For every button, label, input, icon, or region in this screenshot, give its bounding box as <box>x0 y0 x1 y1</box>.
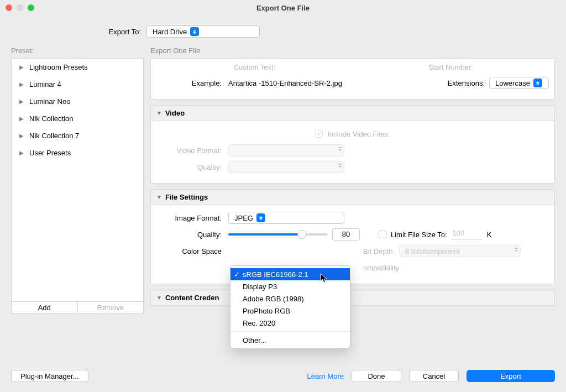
example-label: Example: <box>156 79 228 87</box>
image-format-popup[interactable]: JPEG <box>228 212 344 224</box>
learn-more-link[interactable]: Learn More <box>307 372 344 380</box>
right-section-label: Export One File <box>150 46 555 58</box>
video-quality-label: Quality: <box>156 163 228 171</box>
export-to-label: Export To: <box>0 28 146 36</box>
naming-panel: Custom Text: Start Number: Example: Anta… <box>150 58 555 100</box>
preset-item-label: Luminar Neo <box>29 97 70 106</box>
chevron-right-icon: ▶ <box>19 81 24 87</box>
triangle-down-icon: ▼ <box>156 295 162 301</box>
remove-preset-button[interactable]: Remove <box>78 301 144 313</box>
preset-item[interactable]: ▶Nik Collection 7 <box>12 127 143 144</box>
content-credentials-panel: ▼Content Creden <box>150 290 555 306</box>
preset-item-label: User Presets <box>29 149 71 157</box>
extensions-value: Lowercase <box>495 79 530 87</box>
extensions-popup[interactable]: Lowercase <box>489 77 549 89</box>
content-credentials-header[interactable]: ▼Content Creden <box>151 290 554 306</box>
include-video-checkbox[interactable]: ✓ <box>315 130 323 138</box>
video-format-popup <box>228 144 344 156</box>
limit-size-checkbox[interactable] <box>379 231 386 238</box>
color-space-option[interactable]: Adobe RGB (1998) <box>230 292 350 305</box>
image-format-value: JPEG <box>234 214 253 222</box>
add-preset-button[interactable]: Add <box>11 301 78 313</box>
export-to-value: Hard Drive <box>153 28 187 36</box>
preset-item[interactable]: ▶Luminar Neo <box>12 93 143 110</box>
limit-size-unit: K <box>487 231 492 239</box>
chevron-right-icon: ▶ <box>19 116 24 122</box>
preset-item[interactable]: ▶User Presets <box>12 144 143 161</box>
preset-item-label: Nik Collection 7 <box>29 132 79 140</box>
popup-arrows-icon <box>256 213 265 222</box>
slider-thumb[interactable] <box>297 230 306 239</box>
cancel-button[interactable]: Cancel <box>409 370 459 382</box>
custom-text-label: Custom Text: <box>156 63 353 71</box>
menu-separator <box>230 331 350 332</box>
window-title: Export One File <box>0 4 566 12</box>
export-button[interactable]: Export <box>467 370 555 382</box>
preset-item[interactable]: ▶Luminar 4 <box>12 76 143 93</box>
file-settings-header[interactable]: ▼File Settings <box>151 190 554 205</box>
start-number-label: Start Number: <box>353 63 549 71</box>
check-icon: ✓ <box>234 270 240 279</box>
popup-arrows-icon <box>533 79 542 87</box>
color-space-option[interactable]: Display P3 <box>230 280 350 292</box>
preset-item-label: Nik Collection <box>29 114 73 123</box>
preset-item[interactable]: ▶Lightroom Presets <box>12 59 143 76</box>
color-space-option[interactable]: ✓sRGB IEC61966-2.1 <box>230 268 350 280</box>
preset-label: Preset: <box>11 46 144 58</box>
triangle-down-icon: ▼ <box>156 194 162 200</box>
chevron-right-icon: ▶ <box>19 98 24 104</box>
preset-item-label: Luminar 4 <box>29 80 61 88</box>
plugin-manager-button[interactable]: Plug-in Manager... <box>11 370 88 382</box>
color-space-option[interactable]: ProPhoto RGB <box>230 305 350 317</box>
include-video-label: Include Video Files: <box>327 130 390 138</box>
preset-item[interactable]: ▶Nik Collection <box>12 110 143 127</box>
color-space-label: Color Space <box>156 247 228 255</box>
limit-size-input[interactable]: 100 <box>452 229 483 240</box>
bit-depth-label: Bit Depth: <box>363 247 395 255</box>
chevron-right-icon: ▶ <box>19 150 24 156</box>
compatibility-text: ompatibility <box>363 264 399 272</box>
preset-item-label: Lightroom Presets <box>29 63 88 71</box>
chevron-right-icon: ▶ <box>19 133 24 139</box>
done-button[interactable]: Done <box>352 370 401 382</box>
preset-list[interactable]: ▶Lightroom Presets ▶Luminar 4 ▶Luminar N… <box>11 58 144 301</box>
color-space-option[interactable]: Rec. 2020 <box>230 317 350 329</box>
quality-label: Quality: <box>156 231 228 239</box>
bit-depth-value: 8 bits/component <box>405 247 460 255</box>
file-settings-panel: ▼File Settings Image Format: JPEG Qualit… <box>150 189 555 284</box>
chevron-right-icon: ▶ <box>19 64 24 70</box>
quality-value-input[interactable]: 80 <box>332 228 360 241</box>
popup-arrows-icon <box>190 27 199 36</box>
export-to-popup[interactable]: Hard Drive <box>146 25 260 38</box>
bit-depth-popup: 8 bits/component <box>399 245 521 257</box>
color-space-menu[interactable]: ✓sRGB IEC61966-2.1 Display P3 Adobe RGB … <box>230 265 350 349</box>
limit-size-label: Limit File Size To: <box>391 231 447 239</box>
video-header[interactable]: ▼Video <box>151 106 554 121</box>
color-space-other-option[interactable]: Other... <box>230 334 350 346</box>
example-filename: Antartica -1510-Enhanced-SR-2.jpg <box>228 79 342 87</box>
video-format-label: Video Format: <box>156 147 228 155</box>
triangle-down-icon: ▼ <box>156 110 162 116</box>
image-format-label: Image Format: <box>156 214 228 222</box>
extensions-label: Extensions: <box>448 79 485 87</box>
video-quality-popup <box>228 161 344 173</box>
video-panel: ▼Video ✓ Include Video Files: Video Form… <box>150 105 555 184</box>
quality-slider[interactable] <box>228 233 328 236</box>
